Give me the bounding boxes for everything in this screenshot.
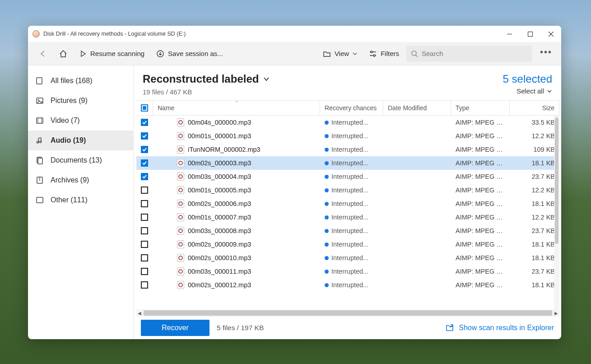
table-row[interactable]: 00m02s_000009.mp3Interrupted...AIMP: MPE…: [136, 238, 559, 251]
filters-button[interactable]: Filters: [364, 47, 404, 61]
table-row[interactable]: 00m03s_000008.mp3Interrupted...AIMP: MPE…: [136, 224, 559, 238]
explorer-link-label: Show scan results in Explorer: [459, 324, 554, 332]
recovery-status: Interrupted...: [331, 146, 368, 153]
table-row[interactable]: 00m02s_000006.mp3Interrupted...AIMP: MPE…: [136, 197, 559, 210]
column-size-label: Size: [542, 104, 554, 112]
row-checkbox-cell: [136, 200, 153, 207]
table-row[interactable]: 00m01s_000005.mp3Interrupted...AIMP: MPE…: [136, 183, 559, 197]
type-cell: AIMP: MPEG La...: [451, 254, 510, 261]
more-menu-button[interactable]: •••: [535, 44, 555, 63]
row-checkbox[interactable]: [141, 268, 148, 275]
row-checkbox[interactable]: [141, 187, 148, 194]
scrollbar-thumb[interactable]: [555, 117, 558, 244]
scroll-left-button[interactable]: ◀: [136, 310, 143, 316]
sidebar-item-label: Pictures (9): [51, 97, 88, 105]
close-button[interactable]: [540, 26, 561, 42]
row-checkbox[interactable]: [141, 200, 148, 207]
minimize-icon: [507, 32, 512, 37]
select-all-dropdown[interactable]: Select all: [503, 87, 552, 95]
row-checkbox-cell: [136, 227, 153, 234]
table-row[interactable]: 00m01s_000001.mp3Interrupted...AIMP: MPE…: [136, 129, 559, 143]
table-row[interactable]: 00m02s_000012.mp3Interrupted...AIMP: MPE…: [136, 278, 559, 292]
recovery-cell: Interrupted...: [320, 281, 383, 289]
search-input[interactable]: [422, 50, 527, 57]
table-row[interactable]: 00m02s_000010.mp3Interrupted...AIMP: MPE…: [136, 251, 559, 265]
sidebar-item-label: Documents (13): [51, 156, 102, 164]
resume-scanning-button[interactable]: Resume scanning: [75, 47, 149, 60]
table-row[interactable]: 00m02s_000003.mp3Interrupted...AIMP: MPE…: [136, 156, 559, 170]
row-checkbox[interactable]: [141, 227, 148, 234]
file-name: 00m01s_000005.mp3: [188, 187, 251, 194]
app-icon: [33, 30, 40, 37]
audio-file-icon: [177, 254, 184, 262]
maximize-button[interactable]: [520, 26, 540, 42]
table-row[interactable]: 00m03s_000004.mp3Interrupted...AIMP: MPE…: [136, 170, 559, 183]
save-session-button[interactable]: Save session as...: [152, 47, 228, 61]
search-icon: [411, 50, 418, 57]
sidebar-item-documents[interactable]: Documents (13): [28, 150, 133, 170]
table-row[interactable]: 00m03s_000011.mp3Interrupted...AIMP: MPE…: [136, 265, 559, 278]
sidebar-item-other[interactable]: Other (111): [28, 190, 133, 210]
row-checkbox[interactable]: [141, 146, 148, 153]
row-checkbox[interactable]: [141, 214, 148, 221]
status-dot-icon: [325, 134, 329, 138]
file-name-cell: 00m02s_000009.mp3: [153, 240, 320, 248]
type-cell: AIMP: MPEG La...: [451, 227, 510, 234]
audio-file-icon: [177, 240, 184, 248]
status-dot-icon: [325, 202, 329, 206]
svg-line-10: [416, 55, 418, 57]
row-checkbox[interactable]: [141, 132, 148, 140]
sidebar-item-video[interactable]: Video (7): [28, 111, 133, 131]
file-name-cell: iTunNORM_000002.mp3: [153, 145, 320, 154]
file-name: 00m01s_000001.mp3: [188, 132, 251, 140]
type-cell: AIMP: MPEG La...: [451, 146, 510, 153]
row-checkbox[interactable]: [141, 159, 148, 167]
status-dot-icon: [325, 283, 329, 287]
show-in-explorer-link[interactable]: Show scan results in Explorer: [445, 323, 554, 332]
row-checkbox[interactable]: [141, 119, 148, 126]
minimize-button[interactable]: [499, 26, 520, 42]
table-row[interactable]: 00m01s_000007.mp3Interrupted...AIMP: MPE…: [136, 210, 559, 224]
sidebar-item-audio[interactable]: Audio (19): [28, 131, 133, 150]
scrollbar-thumb[interactable]: [144, 310, 552, 316]
sidebar-item-label: Other (111): [51, 196, 88, 204]
scroll-right-button[interactable]: ▶: [553, 310, 559, 316]
file-name: 00m02s_000003.mp3: [188, 159, 251, 167]
column-type[interactable]: Type: [451, 101, 509, 115]
row-checkbox[interactable]: [141, 173, 148, 180]
table-row[interactable]: iTunNORM_000002.mp3Interrupted...AIMP: M…: [136, 143, 559, 156]
sidebar-item-all-files[interactable]: All files (168): [28, 71, 133, 91]
vertical-scrollbar[interactable]: [554, 116, 559, 309]
recovery-cell: Interrupted...: [320, 146, 383, 153]
content-area: All files (168) Pictures (9) Video (7) A…: [28, 65, 561, 339]
horizontal-scrollbar[interactable]: ◀ ▶: [136, 309, 559, 317]
size-cell: 23.7 KB: [510, 173, 559, 180]
view-dropdown[interactable]: View: [318, 47, 362, 61]
select-all-checkbox[interactable]: [141, 104, 148, 112]
home-button[interactable]: [54, 47, 72, 61]
column-recovery[interactable]: Recovery chances: [320, 101, 383, 115]
category-dropdown[interactable]: Reconstructed labeled: [143, 73, 503, 85]
row-checkbox-cell: [136, 146, 153, 153]
column-date[interactable]: Date Modified: [383, 101, 451, 115]
recovery-status: Interrupted...: [331, 187, 368, 194]
column-name[interactable]: ⌃ Name: [153, 101, 320, 115]
sidebar-item-archives[interactable]: Archives (9): [28, 170, 133, 190]
row-checkbox[interactable]: [141, 254, 148, 261]
recover-button[interactable]: Recover: [141, 320, 209, 336]
back-button[interactable]: [34, 47, 51, 61]
search-box[interactable]: [406, 46, 532, 62]
more-icon: •••: [540, 47, 552, 57]
table-row[interactable]: 00m04s_000000.mp3Interrupted...AIMP: MPE…: [136, 116, 559, 129]
size-cell: 23.7 KB: [510, 268, 559, 275]
audio-file-icon: [177, 159, 184, 167]
status-dot-icon: [325, 215, 329, 219]
sidebar-item-pictures[interactable]: Pictures (9): [28, 91, 133, 111]
row-checkbox[interactable]: [141, 241, 148, 248]
row-checkbox[interactable]: [141, 281, 148, 289]
column-size[interactable]: Size: [509, 101, 559, 115]
status-dot-icon: [325, 270, 329, 274]
audio-file-icon: [177, 213, 184, 221]
audio-file-icon: [177, 227, 184, 235]
sidebar: All files (168) Pictures (9) Video (7) A…: [28, 65, 134, 339]
